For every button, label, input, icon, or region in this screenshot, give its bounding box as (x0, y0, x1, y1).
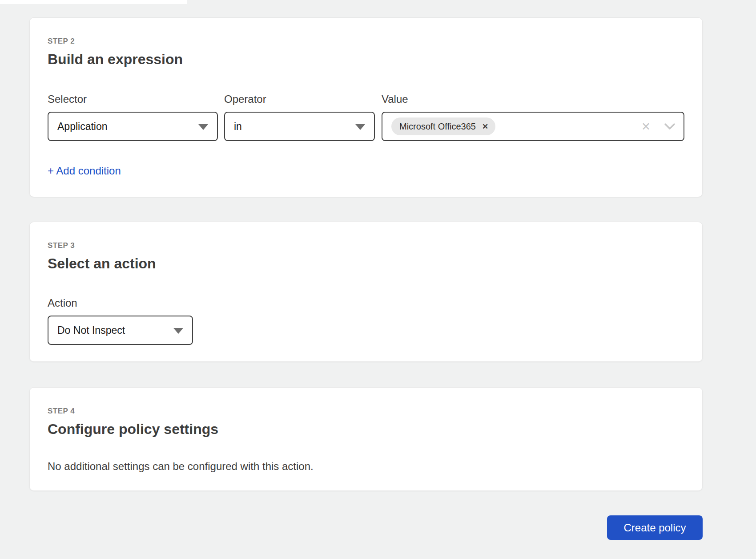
chevron-down-icon (355, 124, 365, 130)
step3-card: STEP 3 Select an action Action Do Not In… (29, 222, 703, 362)
step2-card: STEP 2 Build an expression Selector Appl… (29, 17, 703, 197)
value-multiselect[interactable]: Microsoft Office365 ✕ ✕ (382, 112, 684, 141)
value-tag-label: Microsoft Office365 (399, 122, 476, 132)
clear-icon[interactable]: ✕ (641, 121, 651, 132)
action-value: Do Not Inspect (57, 324, 125, 336)
multiselect-controls: ✕ (641, 113, 676, 140)
step4-card: STEP 4 Configure policy settings No addi… (29, 387, 703, 491)
selector-label: Selector (48, 93, 218, 105)
step4-body-text: No additional settings can be configured… (48, 460, 314, 473)
action-field: Action Do Not Inspect (48, 297, 193, 345)
step2-title: Build an expression (48, 51, 183, 68)
step4-step-label: STEP 4 (48, 407, 75, 416)
create-policy-button[interactable]: Create policy (607, 515, 703, 540)
step4-title: Configure policy settings (48, 421, 218, 437)
selector-value: Application (57, 121, 108, 133)
chevron-down-icon[interactable] (664, 123, 676, 130)
step2-step-label: STEP 2 (48, 37, 75, 46)
chevron-down-icon (173, 328, 183, 334)
value-label: Value (382, 93, 684, 105)
selector-field: Selector Application (48, 93, 218, 141)
action-dropdown[interactable]: Do Not Inspect (48, 316, 193, 345)
operator-value: in (234, 121, 242, 133)
tag-remove-icon[interactable]: ✕ (482, 123, 488, 130)
action-label: Action (48, 297, 193, 309)
add-condition-link[interactable]: + Add condition (48, 165, 121, 177)
operator-field: Operator in (224, 93, 375, 141)
step3-step-label: STEP 3 (48, 241, 75, 250)
step3-title: Select an action (48, 255, 156, 272)
top-white-strip (0, 0, 187, 4)
operator-label: Operator (224, 93, 375, 105)
value-field: Value Microsoft Office365 ✕ ✕ (382, 93, 684, 141)
value-tag: Microsoft Office365 ✕ (391, 117, 495, 135)
operator-dropdown[interactable]: in (224, 112, 375, 141)
chevron-down-icon (198, 124, 208, 130)
selector-dropdown[interactable]: Application (48, 112, 218, 141)
